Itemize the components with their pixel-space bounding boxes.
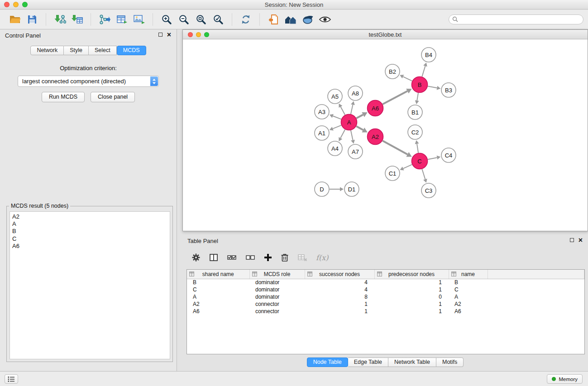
mcds-result-item[interactable]: A2 bbox=[10, 213, 170, 220]
deselect-all-button[interactable] bbox=[245, 253, 255, 262]
network-node-B3[interactable]: B3 bbox=[441, 83, 456, 97]
network-node-A1[interactable]: A1 bbox=[315, 126, 329, 140]
table-settings-button[interactable] bbox=[191, 253, 201, 262]
run-mcds-button[interactable]: Run MCDS bbox=[42, 92, 85, 102]
export-image-button[interactable] bbox=[130, 12, 148, 27]
network-node-A8[interactable]: A8 bbox=[348, 86, 363, 100]
float-table-panel-icon[interactable] bbox=[570, 238, 574, 242]
refresh-layout-button[interactable] bbox=[237, 12, 254, 27]
mcds-result-item[interactable]: B bbox=[10, 228, 170, 235]
optimization-criterion-select[interactable]: largest connected component (directed) bbox=[18, 76, 159, 87]
zoom-fit-button[interactable] bbox=[192, 12, 210, 27]
col-header-shared-name[interactable]: shared name bbox=[187, 270, 249, 279]
tab-edge-table[interactable]: Edge Table bbox=[348, 357, 388, 367]
close-panel-button[interactable]: Close panel bbox=[91, 92, 135, 102]
tab-node-table[interactable]: Node Table bbox=[307, 357, 348, 367]
mcds-result-item[interactable]: A bbox=[10, 220, 170, 228]
col-header-mcds-role[interactable]: MCDS role bbox=[249, 270, 305, 279]
network-edge[interactable] bbox=[422, 66, 425, 76]
network-edge[interactable] bbox=[428, 86, 437, 88]
close-panel-icon[interactable]: × bbox=[167, 32, 171, 37]
network-node-B4[interactable]: B4 bbox=[421, 48, 436, 62]
tab-network[interactable]: Network bbox=[30, 46, 64, 55]
zoom-in-button[interactable] bbox=[158, 12, 175, 27]
network-node-A4[interactable]: A4 bbox=[328, 141, 342, 156]
network-node-B2[interactable]: B2 bbox=[385, 64, 400, 79]
mcds-result-item[interactable]: A6 bbox=[10, 243, 170, 250]
network-node-B1[interactable]: B1 bbox=[408, 105, 422, 119]
network-edge[interactable] bbox=[403, 76, 412, 81]
network-zoom-button[interactable] bbox=[204, 32, 209, 37]
search-input[interactable] bbox=[449, 14, 583, 24]
new-table-button[interactable] bbox=[113, 12, 130, 27]
mcds-result-item[interactable]: C bbox=[10, 235, 170, 243]
validate-button[interactable] bbox=[299, 12, 316, 27]
col-header-name[interactable]: name bbox=[449, 270, 488, 279]
zoom-selected-button[interactable] bbox=[210, 12, 227, 27]
tab-select[interactable]: Select bbox=[89, 46, 117, 55]
network-edge[interactable] bbox=[333, 116, 341, 119]
network-edge[interactable] bbox=[333, 125, 341, 129]
network-node-C[interactable]: C bbox=[412, 153, 428, 169]
network-node-A3[interactable]: A3 bbox=[315, 105, 329, 119]
tab-mcds[interactable]: MCDS bbox=[117, 46, 146, 55]
network-node-D[interactable]: D bbox=[315, 182, 329, 196]
zoom-out-button[interactable] bbox=[175, 12, 192, 27]
import-network-button[interactable] bbox=[51, 12, 68, 27]
memory-button[interactable]: Memory bbox=[547, 374, 583, 384]
import-table-button[interactable] bbox=[68, 12, 86, 27]
delete-table-button[interactable] bbox=[297, 253, 307, 262]
network-minimize-button[interactable] bbox=[196, 32, 201, 37]
network-node-C3[interactable]: C3 bbox=[421, 183, 436, 198]
mcds-result-list[interactable]: A2 A B C A6 bbox=[10, 211, 170, 359]
network-edge[interactable] bbox=[340, 107, 345, 115]
task-history-button[interactable] bbox=[5, 374, 18, 384]
network-edge[interactable] bbox=[403, 165, 412, 169]
network-node-A5[interactable]: A5 bbox=[328, 89, 342, 104]
network-edge[interactable] bbox=[417, 93, 418, 100]
network-edge[interactable] bbox=[417, 144, 418, 153]
network-close-button[interactable] bbox=[188, 32, 193, 37]
network-canvas[interactable]: B4B2BB3A5A8A6B1A3AC2A1A2A4A7C4CC1C3DD1 bbox=[183, 39, 588, 231]
network-node-A2[interactable]: A2 bbox=[368, 129, 383, 145]
tab-motifs[interactable]: Motifs bbox=[436, 357, 464, 367]
show-hide-button[interactable] bbox=[316, 12, 334, 27]
network-node-A6[interactable]: A6 bbox=[368, 100, 383, 116]
network-node-C1[interactable]: C1 bbox=[385, 166, 400, 181]
table-row[interactable]: A6 connector 1 1 A6 bbox=[187, 308, 584, 315]
network-edge[interactable] bbox=[382, 141, 407, 154]
tab-network-table[interactable]: Network Table bbox=[388, 357, 436, 367]
float-panel-icon[interactable] bbox=[158, 33, 163, 37]
table-row[interactable]: A2 connector 1 1 A2 bbox=[187, 300, 584, 308]
open-session-button[interactable] bbox=[6, 12, 24, 27]
network-edge[interactable] bbox=[382, 91, 407, 104]
tab-style[interactable]: Style bbox=[64, 46, 89, 55]
table-row[interactable]: A dominator 8 0 A bbox=[187, 293, 584, 300]
col-header-successor-nodes[interactable]: successor nodes bbox=[305, 270, 374, 279]
network-node-B[interactable]: B bbox=[412, 77, 428, 93]
delete-column-button[interactable] bbox=[281, 253, 289, 262]
function-builder-button[interactable]: f(x) bbox=[316, 253, 328, 262]
network-edge[interactable] bbox=[356, 126, 363, 130]
save-session-button[interactable] bbox=[24, 12, 41, 27]
show-columns-button[interactable] bbox=[209, 253, 218, 262]
home-button[interactable] bbox=[282, 12, 299, 27]
close-table-panel-icon[interactable]: × bbox=[578, 238, 583, 243]
network-edge[interactable] bbox=[428, 157, 437, 159]
network-node-A7[interactable]: A7 bbox=[348, 144, 363, 159]
network-node-A[interactable]: A bbox=[341, 114, 357, 130]
table-row[interactable]: C dominator 4 1 C bbox=[187, 286, 584, 293]
network-edge[interactable] bbox=[340, 129, 345, 138]
add-column-button[interactable] bbox=[264, 253, 272, 262]
table-row[interactable]: B dominator 4 1 B bbox=[187, 279, 584, 286]
network-edge[interactable] bbox=[351, 130, 353, 140]
network-node-D1[interactable]: D1 bbox=[344, 182, 359, 196]
network-file-button[interactable] bbox=[265, 12, 282, 27]
update-network-button[interactable] bbox=[96, 12, 113, 27]
col-header-predecessor-nodes[interactable]: predecessor nodes bbox=[374, 270, 449, 279]
network-node-C2[interactable]: C2 bbox=[408, 125, 422, 139]
network-node-C4[interactable]: C4 bbox=[441, 148, 456, 162]
network-edge[interactable] bbox=[422, 169, 425, 179]
network-edge[interactable] bbox=[351, 105, 353, 114]
network-edge[interactable] bbox=[356, 114, 363, 118]
